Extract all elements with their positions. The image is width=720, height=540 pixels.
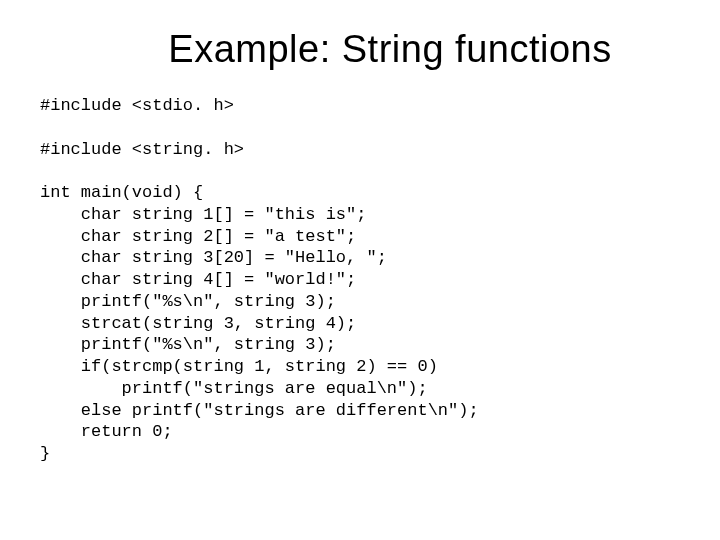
code-line: char string 1[] = "this is"; bbox=[40, 205, 366, 224]
code-line: char string 2[] = "a test"; bbox=[40, 227, 356, 246]
code-line: printf("%s\n", string 3); bbox=[40, 335, 336, 354]
code-line: else printf("strings are different\n"); bbox=[40, 401, 479, 420]
code-line: #include <string. h> bbox=[40, 140, 244, 159]
code-line: char string 4[] = "world!"; bbox=[40, 270, 356, 289]
code-line: int main(void) { bbox=[40, 183, 203, 202]
code-line: printf("strings are equal\n"); bbox=[40, 379, 428, 398]
code-line: strcat(string 3, string 4); bbox=[40, 314, 356, 333]
code-line: printf("%s\n", string 3); bbox=[40, 292, 336, 311]
code-line: return 0; bbox=[40, 422, 173, 441]
slide: Example: String functions #include <stdi… bbox=[0, 0, 720, 540]
slide-title: Example: String functions bbox=[100, 28, 680, 71]
code-line: } bbox=[40, 444, 50, 463]
code-line: char string 3[20] = "Hello, "; bbox=[40, 248, 387, 267]
code-line: if(strcmp(string 1, string 2) == 0) bbox=[40, 357, 438, 376]
code-line: #include <stdio. h> bbox=[40, 96, 234, 115]
code-block: #include <stdio. h> #include <string. h>… bbox=[40, 95, 680, 465]
